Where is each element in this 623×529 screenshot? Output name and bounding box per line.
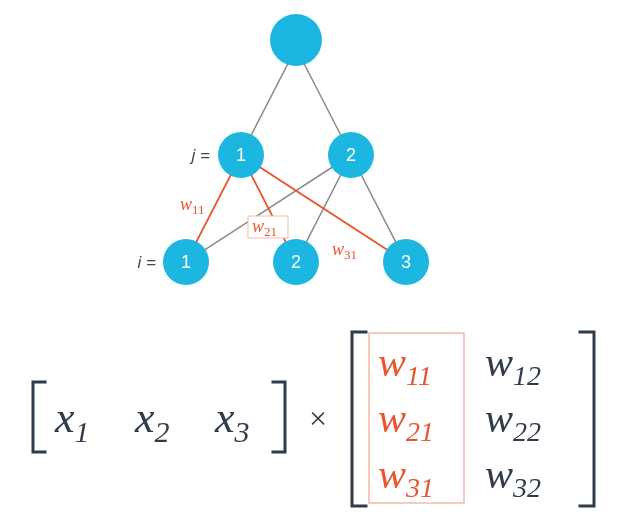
w12: w12: [485, 339, 541, 391]
i-index-label: i =: [138, 253, 157, 272]
x1: x1: [54, 393, 90, 448]
w32: w32: [485, 451, 541, 503]
right-bracket-x: [273, 382, 285, 452]
edge-label-w21: w21: [248, 216, 288, 239]
x2: x2: [134, 393, 170, 448]
left-bracket-x: [33, 382, 45, 452]
node-input-3-label: 3: [401, 252, 411, 272]
matrix-equation: x1 x2 x3 × w11 w12 w21 w22 w31 w32: [33, 332, 594, 506]
svg-text:w11: w11: [180, 194, 205, 217]
node-hidden-1-label: 1: [236, 145, 246, 165]
left-bracket-w: [352, 332, 366, 506]
node-input-1-label: 1: [181, 252, 191, 272]
edge-label-w11: w11: [180, 194, 205, 217]
w22: w22: [485, 395, 541, 447]
node-input-2-label: 2: [291, 252, 301, 272]
neural-network-diagram: w11 w21 w31 1 2 1 2 3 j = i =: [138, 14, 429, 285]
x-vector: x1 x2 x3: [33, 382, 285, 452]
multiply-icon: ×: [309, 400, 327, 436]
svg-text:w31: w31: [332, 239, 357, 262]
edge-h1-i3: [241, 155, 406, 262]
j-index-label: j =: [190, 146, 211, 165]
edge-label-w31: w31: [332, 239, 357, 262]
node-hidden-2-label: 2: [346, 145, 356, 165]
right-bracket-w: [580, 332, 594, 506]
x3: x3: [214, 393, 250, 448]
node-output: [270, 14, 322, 66]
w-matrix: w11 w12 w21 w22 w31 w32: [352, 332, 594, 506]
